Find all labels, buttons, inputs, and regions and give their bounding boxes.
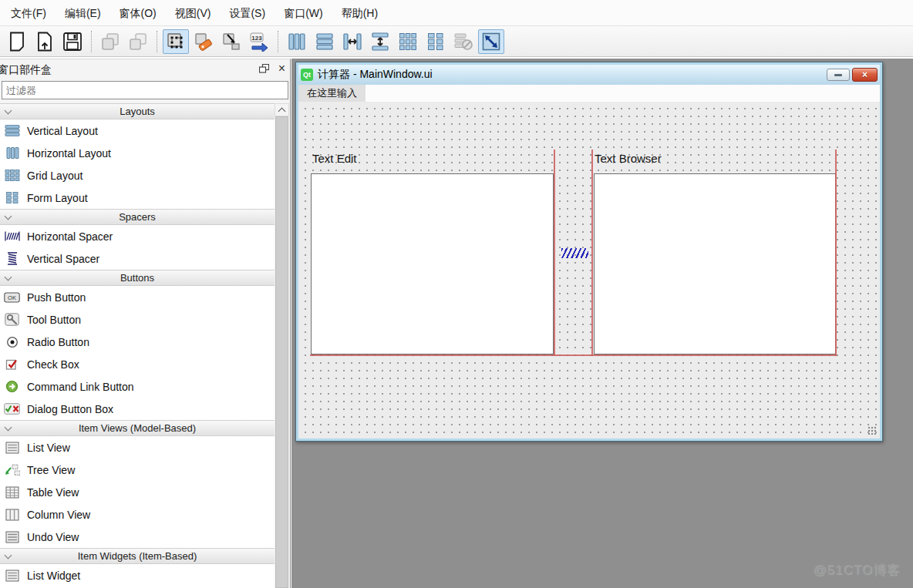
form-edit-area[interactable]: Text Edit Text Browser (298, 102, 880, 438)
menu-help[interactable]: 帮助(H) (332, 0, 387, 26)
scrollbar-thumb[interactable] (275, 116, 288, 588)
section-header-buttons[interactable]: Buttons (0, 270, 275, 286)
new-form-button[interactable] (4, 29, 30, 54)
widget-item-label: Command Link Button (27, 381, 134, 393)
menu-edit[interactable]: 编辑(E) (56, 0, 110, 26)
form-designer-window: Qt 计算器 - MainWindow.ui × 在这里输入 Text Edit… (295, 62, 883, 442)
open-form-button[interactable] (32, 29, 58, 54)
widget-item-form-layout[interactable]: Form Layout (0, 186, 275, 209)
widget-box-scrollbar[interactable] (275, 103, 289, 588)
widget-item-label: Tool Button (27, 314, 81, 326)
section-title: Item Widgets (Item-Based) (78, 550, 197, 562)
layout-guide-line (554, 150, 555, 356)
widget-item-table-view[interactable]: Table View (0, 481, 275, 503)
widget-item-check-box[interactable]: Check Box (0, 353, 275, 375)
chevron-down-icon (5, 213, 12, 220)
lay-out-horizontally-icon (287, 32, 307, 52)
widget-item-undo-view[interactable]: Undo View (0, 526, 275, 548)
widget-item-grid-layout[interactable]: Grid Layout (0, 164, 275, 186)
section-header-spacers[interactable]: Spacers (0, 209, 275, 225)
resize-grip[interactable] (868, 426, 876, 435)
horizontal-spacer-widget[interactable] (561, 248, 588, 258)
widget-item-horizontal-spacer[interactable]: Horizontal Spacer (0, 225, 275, 247)
close-icon: × (862, 69, 868, 80)
adjust-size-button[interactable] (478, 29, 504, 54)
float-dock-icon[interactable] (259, 64, 269, 73)
edit-buddies-icon (221, 32, 241, 52)
widget-filter-input[interactable] (2, 81, 288, 99)
text-edit-widget[interactable] (311, 173, 554, 354)
lay-out-vertically-in-splitter-button[interactable] (367, 29, 393, 54)
widget-item-label: Vertical Spacer (27, 253, 99, 265)
list-view-icon (2, 441, 22, 455)
widget-item-label: Push Button (27, 291, 86, 304)
mdi-canvas: Qt 计算器 - MainWindow.ui × 在这里输入 Text Edit… (291, 59, 913, 588)
section-title: Layouts (120, 106, 155, 117)
tree-view-icon (2, 463, 22, 477)
widget-item-label: Dialog Button Box (27, 403, 113, 415)
widget-item-tool-button[interactable]: Tool Button (0, 308, 275, 331)
widget-item-label: Horizontal Layout (27, 147, 111, 160)
menu-window[interactable]: 窗口(W) (275, 0, 332, 26)
edit-buddies-button[interactable] (218, 29, 244, 54)
widget-item-label: Radio Button (27, 336, 89, 348)
widget-item-label: List View (27, 442, 70, 454)
lay-out-horizontally-in-splitter-button[interactable] (339, 29, 366, 54)
type-here-menu-placeholder[interactable]: 在这里输入 (298, 85, 366, 102)
form-window-titlebar[interactable]: Qt 计算器 - MainWindow.ui × (298, 65, 880, 85)
copy-icon (100, 32, 120, 52)
break-layout-icon (453, 32, 473, 52)
widget-item-push-button[interactable]: OK Push Button (0, 286, 275, 308)
menu-form[interactable]: 窗体(O) (110, 0, 166, 26)
widget-item-vertical-spacer[interactable]: Vertical Spacer (0, 247, 275, 270)
section-header-item-widgets[interactable]: Item Widgets (Item-Based) (0, 548, 275, 564)
copy-button-disabled[interactable] (97, 29, 123, 54)
minimize-button[interactable] (827, 69, 850, 81)
close-button[interactable]: × (852, 68, 878, 82)
edit-tab-order-button[interactable]: 123 (246, 29, 272, 54)
lay-out-horizontally-button[interactable] (284, 29, 310, 54)
menu-file[interactable]: 文件(F) (2, 0, 56, 26)
section-header-layouts[interactable]: Layouts (0, 103, 275, 119)
save-form-button[interactable] (59, 29, 86, 54)
lay-out-in-form-layout-button[interactable] (423, 29, 449, 54)
widget-item-list-widget[interactable]: List Widget (0, 564, 275, 586)
widget-item-tree-view[interactable]: Tree View (0, 459, 275, 481)
save-form-icon (62, 32, 83, 52)
ok-label: OK (8, 294, 16, 301)
edit-signals-slots-button[interactable] (190, 29, 217, 54)
scrollbar-up-arrow[interactable] (275, 103, 289, 116)
section-header-item-views[interactable]: Item Views (Model-Based) (0, 420, 275, 436)
chevron-down-icon (5, 552, 12, 559)
lay-out-vertically-button[interactable] (312, 29, 338, 54)
lay-out-in-grid-button[interactable] (395, 29, 421, 54)
text-browser-widget[interactable] (594, 173, 836, 354)
widget-box-titlebar[interactable]: 窗口部件盒 × (0, 59, 290, 81)
menu-view[interactable]: 视图(V) (166, 0, 221, 26)
toolbar-separator (278, 31, 278, 52)
widget-item-horizontal-layout[interactable]: Horizontal Layout (0, 142, 275, 164)
menu-settings[interactable]: 设置(S) (220, 0, 275, 26)
chevron-down-icon (5, 424, 12, 432)
widget-item-dialog-button-box[interactable]: Dialog Button Box (0, 398, 275, 420)
close-dock-icon[interactable]: × (278, 62, 285, 75)
grid-layout-icon (2, 169, 22, 183)
break-layout-button-disabled[interactable] (450, 29, 477, 54)
vertical-layout-icon (2, 124, 22, 138)
widget-item-column-view[interactable]: Column View (0, 503, 275, 526)
dialog-button-box-icon (2, 402, 22, 416)
edit-signals-slots-icon (194, 32, 214, 52)
radio-button-icon (2, 335, 22, 349)
widget-item-command-link-button[interactable]: Command Link Button (0, 375, 275, 398)
edit-widgets-button[interactable] (163, 29, 189, 54)
widget-item-radio-button[interactable]: Radio Button (0, 331, 275, 353)
widget-item-list-view[interactable]: List View (0, 436, 275, 459)
widget-item-label: Table View (27, 486, 79, 499)
layout-guide-line (835, 150, 837, 356)
table-view-icon (2, 486, 22, 499)
paste-button-disabled[interactable] (125, 29, 151, 54)
chevron-up-icon (278, 107, 286, 115)
layout-guide-line (591, 150, 593, 356)
widget-item-vertical-layout[interactable]: Vertical Layout (0, 119, 275, 142)
widget-item-label: Horizontal Spacer (27, 230, 113, 243)
